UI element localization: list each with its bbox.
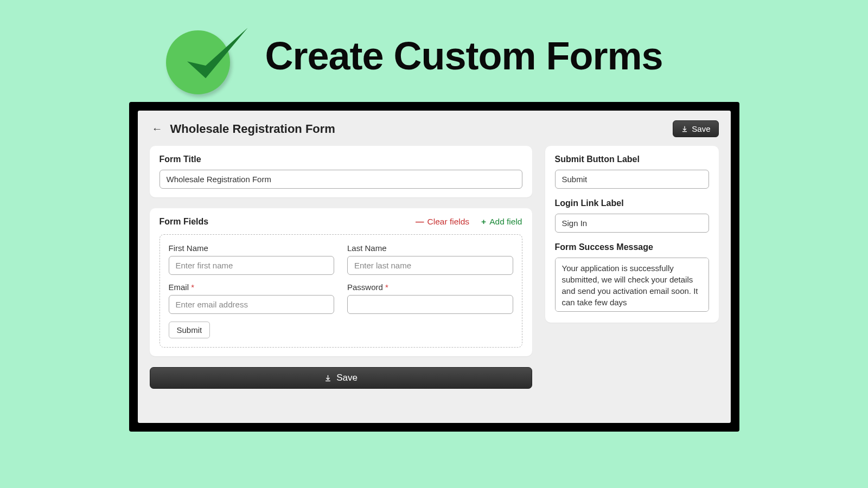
save-button[interactable]: Save xyxy=(673,120,718,137)
save-button-label: Save xyxy=(692,124,710,133)
checkmark-badge xyxy=(162,15,243,97)
field-label-lastname: Last Name xyxy=(347,243,513,253)
clear-fields-button[interactable]: — Clear fields xyxy=(416,217,469,227)
form-title-card: Form Title xyxy=(150,146,532,197)
field-label-firstname: First Name xyxy=(169,243,335,253)
field-label-password: Password * xyxy=(347,282,513,292)
fields-preview-box: First Name Last Name xyxy=(159,234,522,348)
plus-icon: + xyxy=(481,217,486,227)
add-field-label: Add field xyxy=(489,217,522,227)
password-input[interactable] xyxy=(347,295,513,314)
login-link-label-title: Login Link Label xyxy=(555,198,709,208)
app-frame: ← Wholesale Registration Form Save Form … xyxy=(129,102,739,432)
success-message-title: Form Success Message xyxy=(555,242,709,252)
sidebar-card: Submit Button Label Login Link Label For… xyxy=(545,146,719,323)
clear-fields-label: Clear fields xyxy=(427,217,470,227)
submit-button-label-title: Submit Button Label xyxy=(555,155,709,164)
save-icon xyxy=(324,374,332,382)
minus-icon: — xyxy=(416,217,424,227)
email-input[interactable] xyxy=(169,295,335,314)
last-name-input[interactable] xyxy=(347,256,513,275)
app-header: ← Wholesale Registration Form Save xyxy=(150,118,719,146)
field-label-email: Email * xyxy=(169,282,335,292)
submit-button-label-input[interactable] xyxy=(555,170,709,189)
form-title-label: Form Title xyxy=(159,155,522,164)
page-title: Wholesale Registration Form xyxy=(170,122,335,136)
success-message-input[interactable] xyxy=(555,258,709,312)
save-button-bottom[interactable]: Save xyxy=(150,367,532,389)
back-arrow-icon[interactable]: ← xyxy=(150,121,165,136)
checkmark-icon xyxy=(170,15,254,99)
save-button-bottom-label: Save xyxy=(336,373,358,383)
form-title-input[interactable] xyxy=(159,170,522,189)
save-icon xyxy=(681,125,688,133)
hero-title: Create Custom Forms xyxy=(265,34,662,78)
preview-submit-button[interactable]: Submit xyxy=(169,322,210,338)
form-fields-label: Form Fields xyxy=(159,217,209,227)
login-link-label-input[interactable] xyxy=(555,214,709,233)
first-name-input[interactable] xyxy=(169,256,335,275)
add-field-button[interactable]: + Add field xyxy=(481,217,522,227)
form-fields-card: Form Fields — Clear fields + Add field xyxy=(150,208,532,356)
